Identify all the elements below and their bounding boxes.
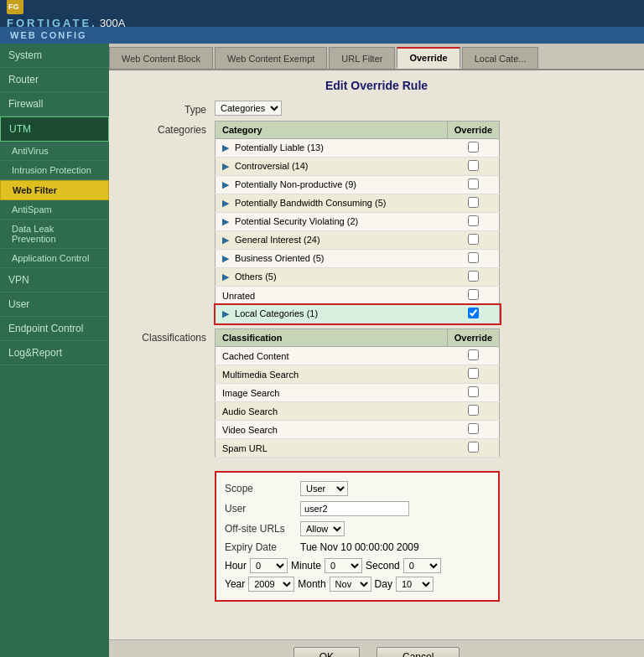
sidebar-item-firewall[interactable]: Firewall bbox=[0, 92, 109, 116]
override-checkbox-cell[interactable] bbox=[447, 268, 499, 287]
sidebar-item-vpn[interactable]: VPN bbox=[0, 268, 109, 292]
ok-button[interactable]: OK bbox=[293, 647, 360, 657]
classif-checkbox-cell[interactable] bbox=[447, 439, 499, 458]
sidebar-item-utm[interactable]: UTM bbox=[0, 116, 109, 142]
classif-checkbox-cell[interactable] bbox=[447, 365, 499, 384]
classif-checkbox[interactable] bbox=[468, 405, 479, 416]
sidebar-item-webfilter[interactable]: Web Filter bbox=[0, 180, 109, 200]
table-row: Audio Search bbox=[216, 402, 500, 421]
override-checkbox-cell[interactable] bbox=[447, 305, 499, 323]
override-checkbox[interactable] bbox=[468, 234, 479, 245]
year-select[interactable]: 2009 bbox=[248, 577, 294, 592]
override-checkbox[interactable] bbox=[468, 289, 479, 300]
classif-checkbox[interactable] bbox=[468, 423, 479, 434]
type-select[interactable]: Categories bbox=[215, 101, 282, 116]
second-label: Second bbox=[366, 560, 400, 572]
row-arrow-icon[interactable]: ▶ bbox=[222, 308, 231, 318]
hour-select[interactable]: 0 bbox=[250, 558, 288, 573]
expiry-row: Expiry Date Tue Nov 10 00:00:00 2009 bbox=[225, 541, 490, 553]
row-arrow-icon[interactable]: ▶ bbox=[222, 142, 231, 153]
sidebar-item-endpoint[interactable]: Endpoint Control bbox=[0, 317, 109, 341]
override-checkbox-cell[interactable] bbox=[447, 158, 499, 176]
second-select[interactable]: 0 bbox=[403, 558, 441, 573]
type-select-wrapper[interactable]: Categories bbox=[215, 101, 282, 116]
date-row: Year 2009 Month Nov Day 10 bbox=[225, 577, 490, 592]
tab-override[interactable]: Override bbox=[397, 47, 460, 69]
override-checkbox[interactable] bbox=[468, 252, 479, 263]
category-cell: ▶ Local Categories (1) bbox=[216, 305, 448, 323]
classification-cell: Audio Search bbox=[216, 402, 448, 421]
table-row: ▶ Controversial (14) bbox=[216, 158, 500, 176]
tab-web-content-block[interactable]: Web Content Block bbox=[109, 47, 213, 69]
override-checkbox[interactable] bbox=[468, 160, 479, 171]
category-cell: ▶ General Interest (24) bbox=[216, 231, 448, 250]
override-checkbox-cell[interactable] bbox=[447, 231, 499, 250]
table-row: Multimedia Search bbox=[216, 365, 500, 384]
sidebar-item-intrusion[interactable]: Intrusion Protection bbox=[0, 161, 109, 180]
tab-url-filter[interactable]: URL Filter bbox=[329, 47, 395, 69]
month-label: Month bbox=[298, 578, 325, 590]
table-row: ▶ Potentially Bandwidth Consuming (5) bbox=[216, 194, 500, 213]
classif-checkbox-cell[interactable] bbox=[447, 347, 499, 365]
classif-checkbox[interactable] bbox=[468, 368, 479, 379]
sidebar-item-system[interactable]: System bbox=[0, 44, 109, 68]
classif-checkbox[interactable] bbox=[468, 442, 479, 453]
user-input[interactable] bbox=[300, 501, 409, 516]
category-col-header: Category bbox=[216, 122, 448, 139]
override-checkbox-cell[interactable] bbox=[447, 176, 499, 194]
override-checkbox[interactable] bbox=[468, 197, 479, 208]
override-checkbox-cell[interactable] bbox=[447, 194, 499, 213]
tab-local-cate[interactable]: Local Cate... bbox=[462, 47, 539, 69]
category-cell: ▶ Potentially Bandwidth Consuming (5) bbox=[216, 194, 448, 213]
row-arrow-icon[interactable]: ▶ bbox=[222, 253, 231, 263]
override-checkbox[interactable] bbox=[468, 271, 479, 282]
category-cell: ▶ Potentially Liable (13) bbox=[216, 139, 448, 158]
override-checkbox[interactable] bbox=[468, 178, 479, 189]
override-checkbox-cell[interactable] bbox=[447, 213, 499, 231]
tab-web-content-exempt[interactable]: Web Content Exempt bbox=[215, 47, 327, 69]
sidebar-item-antispam[interactable]: AntiSpam bbox=[0, 200, 109, 220]
row-arrow-icon[interactable]: ▶ bbox=[222, 179, 231, 189]
classifications-row: Classifications Classification Override … bbox=[122, 328, 631, 458]
fortigate-icon: FG bbox=[7, 0, 125, 17]
sidebar-item-router[interactable]: Router bbox=[0, 68, 109, 92]
row-arrow-icon[interactable]: ▶ bbox=[222, 235, 231, 245]
row-arrow-icon[interactable]: ▶ bbox=[222, 198, 231, 208]
override-checkbox[interactable] bbox=[468, 215, 479, 226]
minute-select[interactable]: 0 bbox=[325, 558, 362, 573]
sidebar-item-appcontrol[interactable]: Application Control bbox=[0, 249, 109, 268]
sidebar-item-dataleakprev[interactable]: Data Leak Prevention bbox=[0, 220, 109, 249]
classif-checkbox[interactable] bbox=[468, 349, 479, 360]
expiry-label: Expiry Date bbox=[225, 541, 300, 553]
table-row: ▶ Potentially Non-productive (9) bbox=[216, 176, 500, 194]
override-checkbox-cell[interactable] bbox=[447, 139, 499, 158]
classif-checkbox-cell[interactable] bbox=[447, 421, 499, 439]
sidebar-item-user[interactable]: User bbox=[0, 292, 109, 317]
offsite-label: Off-site URLs bbox=[225, 523, 300, 535]
row-arrow-icon[interactable]: ▶ bbox=[222, 161, 231, 171]
type-row: Type Categories bbox=[122, 101, 631, 116]
offsite-select[interactable]: Allow Block bbox=[300, 521, 345, 536]
table-row: ▶ Others (5) bbox=[216, 268, 500, 287]
classif-override-col-header: Override bbox=[447, 329, 499, 347]
classif-checkbox[interactable] bbox=[468, 386, 479, 397]
sidebar-item-antivirus[interactable]: AntiVirus bbox=[0, 142, 109, 161]
override-checkbox[interactable] bbox=[468, 142, 479, 153]
table-row: Image Search bbox=[216, 384, 500, 402]
cancel-button[interactable]: Cancel bbox=[377, 647, 460, 657]
month-select[interactable]: Nov bbox=[330, 577, 371, 592]
classif-checkbox-cell[interactable] bbox=[447, 384, 499, 402]
override-checkbox-cell[interactable] bbox=[447, 287, 499, 305]
day-select[interactable]: 10 bbox=[396, 577, 434, 592]
sidebar-item-logreport[interactable]: Log&Report bbox=[0, 341, 109, 365]
row-arrow-icon[interactable]: ▶ bbox=[222, 216, 231, 226]
row-arrow-icon[interactable]: ▶ bbox=[222, 272, 231, 282]
scope-select[interactable]: User Group IP bbox=[300, 481, 348, 496]
offsite-row: Off-site URLs Allow Block bbox=[225, 521, 490, 536]
override-checkbox[interactable] bbox=[468, 308, 479, 318]
classif-checkbox-cell[interactable] bbox=[447, 402, 499, 421]
scope-row: Scope User Group IP bbox=[225, 481, 490, 496]
override-checkbox-cell[interactable] bbox=[447, 250, 499, 268]
scope-field-label: Scope bbox=[225, 483, 300, 494]
time-row: Hour 0 Minute 0 Second 0 bbox=[225, 558, 490, 573]
